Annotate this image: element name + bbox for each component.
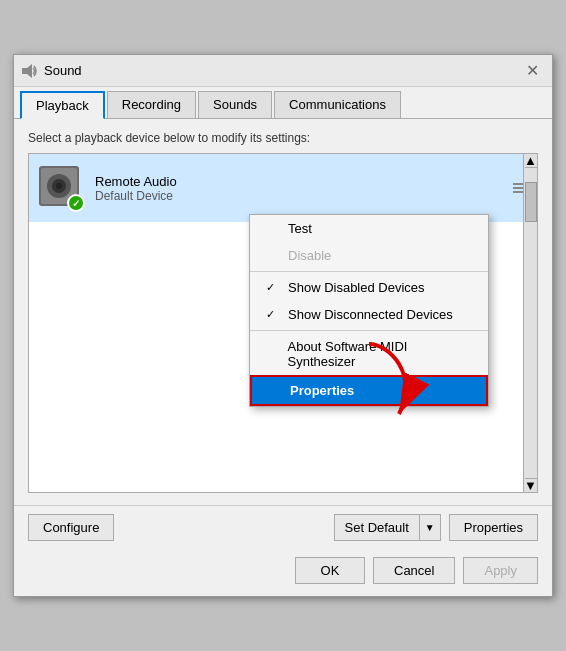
ctx-sep2 bbox=[250, 330, 488, 331]
ctx-about[interactable]: About Software MIDI Synthesizer bbox=[250, 333, 488, 375]
device-name: Remote Audio bbox=[95, 174, 513, 189]
device-list[interactable]: ✓ Remote Audio Default Device Test bbox=[28, 153, 538, 493]
device-item[interactable]: ✓ Remote Audio Default Device bbox=[29, 154, 537, 222]
svg-marker-1 bbox=[27, 64, 32, 78]
apply-button[interactable]: Apply bbox=[463, 557, 538, 584]
scroll-up[interactable]: ▲ bbox=[525, 154, 537, 168]
ctx-test[interactable]: Test bbox=[250, 215, 488, 242]
device-info: Remote Audio Default Device bbox=[95, 174, 513, 203]
description-text: Select a playback device below to modify… bbox=[28, 131, 538, 145]
tab-recording[interactable]: Recording bbox=[107, 91, 196, 118]
content-area: Select a playback device below to modify… bbox=[14, 119, 552, 505]
context-menu: Test Disable ✓ Show Disabled Devices ✓ S… bbox=[249, 214, 489, 407]
bottom-bar: Configure Set Default ▼ Properties bbox=[14, 505, 552, 549]
ctx-show-disconnected[interactable]: ✓ Show Disconnected Devices bbox=[250, 301, 488, 328]
ctx-sep1 bbox=[250, 271, 488, 272]
ctx-disable: Disable bbox=[250, 242, 488, 269]
configure-button[interactable]: Configure bbox=[28, 514, 114, 541]
set-default-button[interactable]: Set Default bbox=[334, 514, 419, 541]
sound-dialog: Sound ✕ Playback Recording Sounds Commun… bbox=[13, 54, 553, 597]
svg-rect-0 bbox=[22, 68, 27, 74]
set-default-split: Set Default ▼ bbox=[334, 514, 441, 541]
device-icon-container: ✓ bbox=[37, 164, 85, 212]
set-default-dropdown[interactable]: ▼ bbox=[419, 514, 441, 541]
tab-sounds[interactable]: Sounds bbox=[198, 91, 272, 118]
check-disconnected: ✓ bbox=[266, 308, 280, 321]
tab-playback[interactable]: Playback bbox=[20, 91, 105, 119]
window-title: Sound bbox=[44, 63, 82, 78]
tabs-bar: Playback Recording Sounds Communications bbox=[14, 87, 552, 119]
properties-button[interactable]: Properties bbox=[449, 514, 538, 541]
default-badge: ✓ bbox=[67, 194, 85, 212]
ctx-show-disabled[interactable]: ✓ Show Disabled Devices bbox=[250, 274, 488, 301]
scroll-down[interactable]: ▼ bbox=[525, 478, 537, 492]
tab-communications[interactable]: Communications bbox=[274, 91, 401, 118]
footer-buttons: OK Cancel Apply bbox=[14, 549, 552, 596]
scrollbar-thumb[interactable] bbox=[525, 182, 537, 222]
scrollbar[interactable]: ▲ ▼ bbox=[523, 154, 537, 492]
sound-icon bbox=[22, 63, 38, 79]
title-bar: Sound ✕ bbox=[14, 55, 552, 87]
title-bar-left: Sound bbox=[22, 63, 82, 79]
ctx-properties[interactable]: Properties bbox=[250, 375, 488, 406]
device-status: Default Device bbox=[95, 189, 513, 203]
svg-point-6 bbox=[56, 183, 62, 189]
cancel-button[interactable]: Cancel bbox=[373, 557, 455, 584]
ok-button[interactable]: OK bbox=[295, 557, 365, 584]
check-disabled: ✓ bbox=[266, 281, 280, 294]
close-button[interactable]: ✕ bbox=[520, 59, 544, 83]
